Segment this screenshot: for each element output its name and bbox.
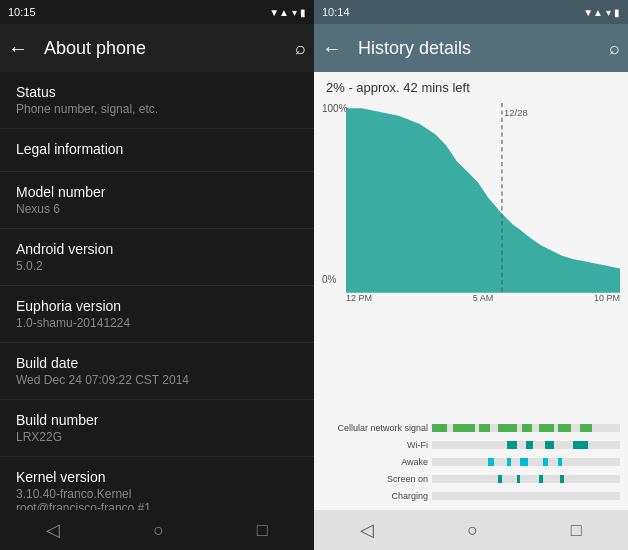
settings-item-title: Android version [16,241,298,257]
battery-chart-svg: 12/28 [346,103,620,293]
chart-y-max: 100% [322,103,348,114]
settings-item-title: Kernel version [16,469,298,485]
screen-on-row: Screen on [322,472,620,486]
wifi-icon: ▾ [292,7,297,18]
left-panel: 10:15 ▼▲ ▾ ▮ ← About phone ⌕ StatusPhone… [0,0,314,550]
x-label-5am: 5 AM [473,293,494,303]
settings-item-subtitle: 3.10.40-franco.Kernel root@francisco-fra… [16,487,298,510]
wifi-label: Wi-Fi [322,440,432,450]
cellular-row: Cellular network signal [322,421,620,435]
settings-item[interactable]: Kernel version3.10.40-franco.Kernel root… [0,457,314,510]
settings-item-subtitle: 5.0.2 [16,259,298,273]
right-status-bar: 10:14 ▼▲ ▾ ▮ [314,0,628,24]
settings-item[interactable]: Legal information [0,129,314,172]
chart-area: 100% 0% 12/28 12 PM 5 AM [314,99,628,417]
wifi-row: Wi-Fi [322,438,620,452]
right-time: 10:14 [322,6,350,18]
left-toolbar-title: About phone [44,38,279,59]
settings-item-subtitle: Phone number, signal, etc. [16,102,298,116]
left-search-button[interactable]: ⌕ [295,38,306,59]
cellular-label: Cellular network signal [322,423,432,433]
chart-x-labels: 12 PM 5 AM 10 PM [346,293,620,303]
right-nav-bar: ◁ ○ □ [314,510,628,550]
chart-y-min: 0% [322,274,336,285]
awake-label: Awake [322,457,432,467]
x-label-12pm: 12 PM [346,293,372,303]
settings-item[interactable]: Euphoria version1.0-shamu-20141224 [0,286,314,343]
settings-list: StatusPhone number, signal, etc.Legal in… [0,72,314,510]
settings-item-title: Legal information [16,141,298,157]
settings-item[interactable]: Build dateWed Dec 24 07:09:22 CST 2014 [0,343,314,400]
left-status-icons: ▼▲ ▾ ▮ [269,7,306,18]
cellular-bar [432,424,620,432]
back-button[interactable]: ← [8,37,28,60]
right-panel: 10:14 ▼▲ ▾ ▮ ← History details ⌕ 2% - ap… [314,0,628,550]
settings-item-subtitle: Nexus 6 [16,202,298,216]
left-toolbar: ← About phone ⌕ [0,24,314,72]
left-time: 10:15 [8,6,36,18]
right-nav-home-icon[interactable]: ○ [467,520,478,541]
left-nav-bar: ◁ ○ □ [0,510,314,550]
settings-item[interactable]: Model numberNexus 6 [0,172,314,229]
right-toolbar: ← History details ⌕ [314,24,628,72]
settings-item-subtitle: LRX22G [16,430,298,444]
settings-item[interactable]: Build numberLRX22G [0,400,314,457]
settings-item[interactable]: StatusPhone number, signal, etc. [0,72,314,129]
settings-item-title: Build number [16,412,298,428]
svg-text:12/28: 12/28 [504,107,528,118]
right-wifi-icon: ▾ [606,7,611,18]
settings-item-title: Model number [16,184,298,200]
settings-item[interactable]: Android version5.0.2 [0,229,314,286]
wifi-bar [432,441,620,449]
charging-label: Charging [322,491,432,501]
signal-icon: ▼▲ [269,7,289,18]
screen-on-bar [432,475,620,483]
svg-marker-0 [346,103,620,293]
nav-home-icon[interactable]: ○ [153,520,164,541]
awake-row: Awake [322,455,620,469]
battery-icon: ▮ [300,7,306,18]
right-toolbar-title: History details [358,38,593,59]
activity-bars: Cellular network signal Wi-Fi [314,417,628,510]
x-label-10pm: 10 PM [594,293,620,303]
settings-item-title: Build date [16,355,298,371]
right-back-button[interactable]: ← [322,37,342,60]
battery-status: 2% - approx. 42 mins left [314,72,628,99]
left-status-bar: 10:15 ▼▲ ▾ ▮ [0,0,314,24]
right-nav-back-icon[interactable]: ◁ [360,519,374,541]
awake-bar [432,458,620,466]
chart-container: 100% 0% 12/28 12 PM 5 AM [322,103,620,303]
settings-item-subtitle: 1.0-shamu-20141224 [16,316,298,330]
right-signal-icon: ▼▲ [583,7,603,18]
right-search-button[interactable]: ⌕ [609,38,620,59]
settings-item-subtitle: Wed Dec 24 07:09:22 CST 2014 [16,373,298,387]
settings-item-title: Euphoria version [16,298,298,314]
right-battery-icon: ▮ [614,7,620,18]
settings-item-title: Status [16,84,298,100]
right-nav-recents-icon[interactable]: □ [571,520,582,541]
charging-bar [432,492,620,500]
charging-row: Charging [322,489,620,503]
screen-on-label: Screen on [322,474,432,484]
nav-back-icon[interactable]: ◁ [46,519,60,541]
nav-recents-icon[interactable]: □ [257,520,268,541]
right-status-icons: ▼▲ ▾ ▮ [583,7,620,18]
